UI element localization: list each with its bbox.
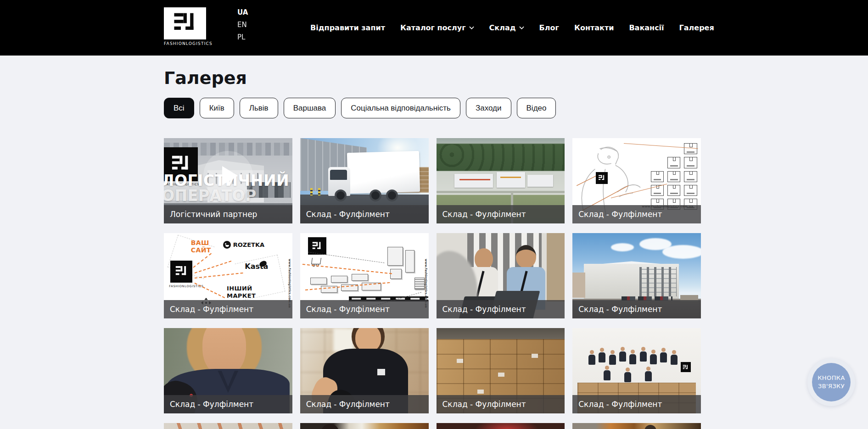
bollard [310, 188, 313, 195]
diagram-dash [195, 283, 225, 298]
gallery-item-caption: Склад - Фулфілмент [300, 395, 429, 413]
rack-box [331, 276, 347, 283]
person [644, 367, 652, 381]
language-switcher: UA EN PL [237, 8, 248, 42]
gallery-item[interactable]: Склад - Фулфілмент [437, 233, 565, 318]
lang-ua[interactable]: UA [237, 8, 248, 17]
brand-logo-small [596, 172, 608, 184]
play-icon [222, 166, 238, 185]
nav-services-catalog[interactable]: Каталог послуг [400, 23, 474, 32]
nav-contacts[interactable]: Контакти [574, 23, 614, 32]
retail-box [387, 247, 403, 266]
chevron-down-icon [519, 25, 524, 30]
gallery-item-caption: Склад - Фулфілмент [300, 205, 429, 223]
forest [437, 144, 565, 171]
gallery-item-caption: Склад - Фулфілмент [572, 205, 701, 223]
gallery-item-partial[interactable] [437, 423, 565, 429]
filter-kyiv[interactable]: Київ [200, 98, 234, 118]
person [598, 348, 606, 362]
label-rozetka: ROZETKA [223, 241, 264, 249]
gallery-item[interactable]: Склад - Фулфілмент [300, 138, 429, 223]
cart-icon [311, 258, 321, 264]
gallery-item[interactable]: Склад - Фулфілмент [164, 328, 292, 413]
nav-gallery[interactable]: Галерея [679, 23, 714, 32]
photo-rack-aisle [164, 423, 292, 429]
nav-vacancies[interactable]: Вакансії [629, 23, 664, 32]
person [670, 350, 678, 365]
gallery-item[interactable]: Склад - Фулфілмент [300, 328, 429, 413]
page-title: Галерея [164, 68, 247, 88]
retail-box [405, 250, 414, 272]
cloud [611, 243, 634, 251]
person [588, 350, 596, 365]
gallery-item[interactable]: Склад - Фулфілмент [572, 328, 701, 413]
photo-rack-person [572, 423, 701, 429]
nav-send-request[interactable]: Відправити запит [310, 23, 385, 32]
person [619, 347, 627, 362]
logo-icon [164, 7, 206, 39]
gallery-item-caption: Склад - Фулфілмент [572, 395, 701, 413]
gallery-item[interactable]: www.fashionlogistics.com.ua Склад - Фулф… [572, 138, 701, 223]
nav-warehouse[interactable]: Склад [489, 23, 524, 32]
filter-all[interactable]: Всі [164, 98, 194, 118]
filter-events[interactable]: Заходи [466, 98, 511, 118]
vent-box [414, 278, 425, 290]
play-button[interactable] [203, 151, 253, 201]
building-windows [639, 267, 677, 296]
gallery-item-caption: Склад - Фулфілмент [437, 300, 565, 318]
truck-windshield [330, 170, 347, 180]
nav-blog[interactable]: Блог [539, 23, 559, 32]
truck-wheel [335, 189, 347, 201]
gallery-item-caption: Склад - Фулфілмент [572, 300, 701, 318]
box-label [532, 354, 538, 358]
roof-accent [500, 177, 521, 178]
gallery-item-caption: Логістичний партнер [164, 205, 292, 223]
ceiling [437, 328, 565, 339]
contact-float-button[interactable]: КНОПКА ЗВ'ЯЗКУ [807, 358, 855, 406]
site-header: FASHIONLOGISTICS UA EN PL Відправити зап… [0, 0, 868, 56]
person [639, 347, 647, 362]
roof-accent [459, 179, 490, 180]
gallery-item[interactable]: Склад - Фулфілмент [572, 233, 701, 318]
contact-button-label: КНОПКА ЗВ'ЯЗКУ [812, 363, 851, 401]
person-head [475, 248, 493, 269]
person [624, 368, 632, 382]
gallery-item-partial[interactable] [572, 423, 701, 429]
gallery-item-caption: Склад - Фулфілмент [437, 205, 565, 223]
box-icons-grid [651, 143, 697, 210]
cloud [662, 245, 701, 259]
label-other-market: ІНШИЙМАРКЕТ [227, 285, 256, 299]
chevron-down-icon [469, 25, 474, 30]
warehouse-roof [497, 172, 525, 187]
person-head [516, 245, 536, 268]
gallery-item-partial[interactable] [300, 423, 429, 429]
truck-wheel [386, 189, 398, 201]
diagram-dash [302, 264, 392, 274]
filter-video[interactable]: Відео [517, 98, 556, 118]
gallery-item[interactable]: www.fashionlogistics.com.ua Склад - Фулф… [300, 233, 429, 318]
person [603, 366, 611, 380]
gallery-item[interactable]: ВАШСАЙТ ROZETKA Kasta ІНШИЙМАРКЕТ FASHIO… [164, 233, 292, 318]
person [609, 350, 616, 365]
label-your-site: ВАШСАЙТ [191, 239, 211, 254]
filter-lviv[interactable]: Львів [240, 98, 278, 118]
logo-wordmark: FASHIONLOGISTICS [164, 41, 207, 46]
filter-social-responsibility[interactable]: Соціальна відповідальність [341, 98, 460, 118]
photo-rack-worker [300, 423, 429, 429]
gallery-item[interactable]: Склад - Фулфілмент [437, 328, 565, 413]
person [629, 350, 637, 364]
gallery-item-caption: Склад - Фулфілмент [164, 395, 292, 413]
brand-logo-node [170, 261, 192, 283]
gallery-item-partial[interactable] [164, 423, 292, 429]
logo[interactable]: FASHIONLOGISTICS [164, 7, 207, 46]
warehouse-roof [454, 174, 493, 188]
lang-en[interactable]: EN [237, 20, 248, 29]
warehouse-roof [527, 175, 553, 187]
person [660, 348, 667, 362]
filter-warsaw[interactable]: Варшава [284, 98, 336, 118]
bollard [318, 188, 320, 195]
gallery-grid: FASHIONLOGISTICS ЛОГІСТИЧНИЙ ОПЕРАТОР Ло… [164, 138, 701, 429]
gallery-item-video[interactable]: FASHIONLOGISTICS ЛОГІСТИЧНИЙ ОПЕРАТОР Ло… [164, 138, 292, 223]
lang-pl[interactable]: PL [237, 33, 248, 42]
gallery-item[interactable]: Склад - Фулфілмент [437, 138, 565, 223]
